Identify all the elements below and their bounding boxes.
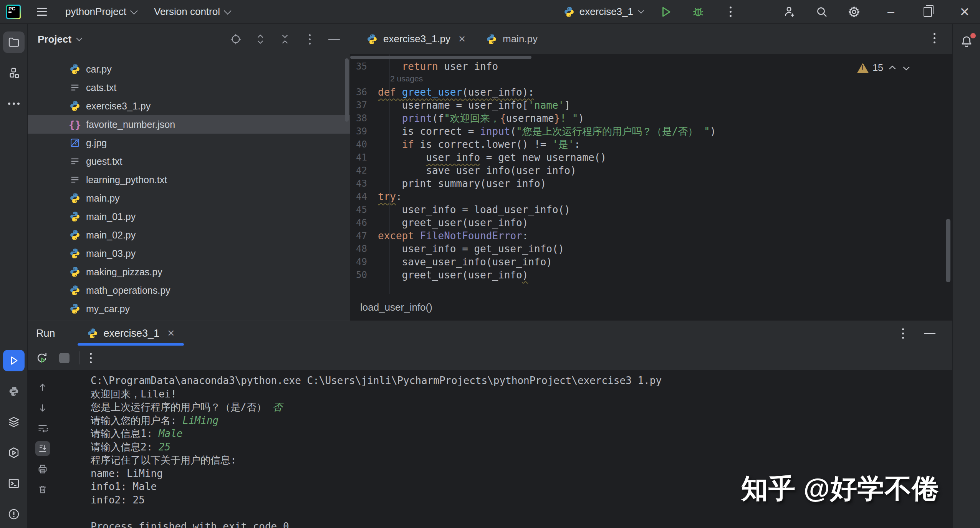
code-line-48: 48 user_info = get_user_info() xyxy=(350,242,952,255)
python-file-icon xyxy=(69,248,81,259)
print-icon[interactable] xyxy=(35,462,50,476)
tree-item-label: my_car.py xyxy=(86,303,130,314)
project-tool-icon[interactable] xyxy=(3,31,25,53)
tree-item-favorite_number.json[interactable]: {}favorite_number.json xyxy=(28,115,350,134)
chevron-down-icon xyxy=(638,8,644,14)
text-file-icon xyxy=(69,174,81,185)
services-tool-icon[interactable] xyxy=(3,411,25,433)
python-file-icon xyxy=(69,211,81,222)
project-panel-title[interactable]: Project xyxy=(38,33,80,45)
breadcrumb-item[interactable]: load_user_info() xyxy=(360,301,432,313)
line-number[interactable]: 36 xyxy=(350,86,378,99)
tree-item-main_01.py[interactable]: main_01.py xyxy=(28,207,350,226)
line-number[interactable]: 35 xyxy=(350,60,378,73)
search-everywhere-icon[interactable] xyxy=(813,3,830,20)
run-tool-icon[interactable] xyxy=(3,350,25,371)
python-packages-tool-icon[interactable] xyxy=(3,381,25,402)
console-options-kebab-icon[interactable] xyxy=(90,353,92,363)
line-number[interactable]: 44 xyxy=(350,190,378,203)
tab-options-kebab-icon[interactable] xyxy=(934,33,935,43)
tree-item-cats.txt[interactable]: cats.txt xyxy=(28,78,350,97)
more-tool-windows-icon[interactable] xyxy=(3,93,25,114)
line-number[interactable]: 50 xyxy=(350,268,378,281)
tree-item-making_pizzas.py[interactable]: making_pizzas.py xyxy=(28,263,350,281)
close-tab-icon[interactable]: ✕ xyxy=(458,34,466,45)
tab-main[interactable]: main.py xyxy=(476,24,548,54)
tab-exercise3_1[interactable]: exercise3_1.py ✕ xyxy=(356,24,476,54)
restore-button[interactable] xyxy=(919,7,936,17)
project-options-kebab-icon[interactable] xyxy=(303,33,316,46)
close-run-tab-icon[interactable]: ✕ xyxy=(167,328,175,339)
python-console-tool-icon[interactable] xyxy=(3,442,25,463)
main-menu-icon[interactable] xyxy=(37,8,47,16)
debug-button[interactable] xyxy=(690,3,707,20)
collapse-all-icon[interactable] xyxy=(278,33,291,46)
project-menu[interactable]: pythonProject xyxy=(65,6,136,18)
line-number[interactable]: 48 xyxy=(350,242,378,255)
console-line xyxy=(91,506,952,520)
tree-item-car.py[interactable]: car.py xyxy=(28,60,350,78)
problems-tool-icon[interactable] xyxy=(3,503,25,525)
line-number[interactable]: 49 xyxy=(350,255,378,268)
line-number[interactable]: 41 xyxy=(350,151,378,164)
line-number[interactable]: 46 xyxy=(350,216,378,229)
right-tool-stripe xyxy=(952,24,980,528)
tree-item-math_operations.py[interactable]: math_operations.py xyxy=(28,281,350,300)
scroll-to-end-icon[interactable] xyxy=(35,441,50,456)
hide-project-panel-icon[interactable] xyxy=(328,33,341,46)
hide-run-panel-icon[interactable] xyxy=(924,333,935,334)
up-stack-trace-icon[interactable] xyxy=(35,380,50,395)
tree-item-exercise3_1.py[interactable]: exercise3_1.py xyxy=(28,97,350,115)
line-number[interactable]: 47 xyxy=(350,229,378,242)
rerun-button[interactable] xyxy=(35,351,49,365)
tree-item-guest.txt[interactable]: guest.txt xyxy=(28,152,350,170)
locate-file-icon[interactable] xyxy=(229,33,242,46)
tree-item-main.py[interactable]: main.py xyxy=(28,189,350,207)
code-editor[interactable]: 35 return user_info2 usages36def greet_u… xyxy=(350,55,952,294)
run-configuration-selector[interactable]: exercise3_1 xyxy=(563,6,642,18)
editor-vertical-scrollbar-thumb[interactable] xyxy=(946,219,950,282)
tree-item-my_car.py[interactable]: my_car.py xyxy=(28,300,350,318)
tree-item-learning_python.txt[interactable]: learning_python.txt xyxy=(28,170,350,189)
close-button[interactable]: ✕ xyxy=(956,5,973,19)
line-number[interactable]: 42 xyxy=(350,164,378,177)
version-control-menu[interactable]: Version control xyxy=(154,6,229,18)
line-number[interactable]: 40 xyxy=(350,138,378,151)
more-actions-kebab-icon[interactable] xyxy=(722,3,739,20)
line-number[interactable]: 38 xyxy=(350,112,378,125)
run-tab-exercise3_1[interactable]: exercise3_1 ✕ xyxy=(78,321,184,346)
line-number[interactable]: 45 xyxy=(350,203,378,216)
clear-console-trash-icon[interactable] xyxy=(35,482,50,497)
soft-wrap-icon[interactable] xyxy=(35,421,50,435)
line-number[interactable]: 37 xyxy=(350,99,378,112)
tree-item-label: main_02.py xyxy=(86,230,136,241)
editor-horizontal-scrollbar-thumb[interactable] xyxy=(350,56,531,59)
run-options-kebab-icon[interactable] xyxy=(902,328,904,339)
structure-tool-icon[interactable] xyxy=(3,62,25,84)
expand-all-icon[interactable] xyxy=(254,33,267,46)
inspection-widget[interactable]: 15 xyxy=(857,62,908,73)
prev-warning-icon[interactable] xyxy=(889,65,896,72)
stop-button[interactable] xyxy=(59,353,70,363)
code-line-36: 36def greet_user(user_info): xyxy=(350,86,952,99)
minimize-button[interactable]: – xyxy=(882,5,899,19)
notifications-bell-icon[interactable] xyxy=(956,31,977,52)
line-number[interactable]: 43 xyxy=(350,177,378,190)
code-line-47: 47except FileNotFoundError: xyxy=(350,229,952,242)
console-line: C:\ProgramData\anaconda3\python.exe C:\U… xyxy=(91,374,952,387)
console-line: 程序记住了以下关于用户的信息: xyxy=(91,454,952,467)
tree-item-main_02.py[interactable]: main_02.py xyxy=(28,226,350,244)
line-number[interactable]: 39 xyxy=(350,125,378,138)
pycharm-window: PC pythonProject Version control exercis… xyxy=(0,0,980,528)
tree-item-g.jpg[interactable]: g.jpg xyxy=(28,134,350,152)
down-stack-trace-icon[interactable] xyxy=(35,401,50,415)
chevron-down-icon xyxy=(130,7,138,15)
terminal-tool-icon[interactable] xyxy=(3,473,25,494)
warning-count: 15 xyxy=(872,62,883,73)
run-button[interactable] xyxy=(657,3,674,20)
tree-scrollbar-thumb[interactable] xyxy=(345,58,349,122)
tree-item-main_03.py[interactable]: main_03.py xyxy=(28,244,350,263)
code-with-me-icon[interactable] xyxy=(781,3,798,20)
usages-inlay-hint[interactable]: 2 usages xyxy=(350,73,952,86)
settings-gear-icon[interactable] xyxy=(846,3,862,20)
